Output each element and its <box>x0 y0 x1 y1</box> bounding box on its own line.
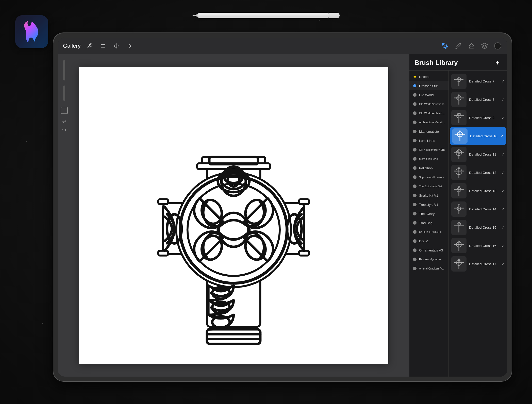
brush-library-panel: Brush Library + ★ Recent <box>409 54 507 377</box>
category-item-animal-crackers[interactable]: Animal Crackers V1 <box>409 264 448 273</box>
brush-check-14: ✓ <box>501 207 505 212</box>
category-item-eastern[interactable]: Eastern Mysteries <box>409 255 448 264</box>
layers-tool-button[interactable] <box>480 42 489 50</box>
selection-icon[interactable] <box>99 42 107 50</box>
brush-item-detailed-cross-12[interactable]: Detailed Cross 12 ✓ <box>449 163 507 182</box>
brush-list: Detailed Cross 7 ✓ <box>449 71 507 377</box>
brush-name-16: Detailed Cross 16 <box>469 244 500 248</box>
undo-button[interactable]: ↩ <box>62 119 66 125</box>
brush-item-detailed-cross-11[interactable]: Detailed Cross 11 ✓ <box>449 145 507 163</box>
brush-name-11: Detailed Cross 11 <box>469 153 500 156</box>
brush-name-7: Detailed Cross 7 <box>469 79 500 83</box>
gallery-button[interactable]: Gallery <box>63 43 81 49</box>
eraser-tool-button[interactable] <box>467 42 476 50</box>
category-item-tropistyle[interactable]: Tropistyle V1 <box>409 200 448 209</box>
category-label-supernatural: Supernatural Females <box>419 176 444 179</box>
category-item-girl-head[interactable]: Girl Head By Holly Ellis <box>409 145 448 154</box>
category-label-ornamentals: Ornamentals V3 <box>419 248 443 252</box>
brush-preview-8 <box>451 92 467 107</box>
category-label-recent: Recent <box>419 75 429 79</box>
brush-icon-old-world-arch <box>412 111 417 115</box>
category-label-old-world: Old World <box>419 93 434 97</box>
svg-marker-4 <box>482 43 487 46</box>
category-label-tropistyle: Tropistyle V1 <box>419 203 438 207</box>
brush-icon-luxe-lines <box>412 138 417 143</box>
category-item-dor[interactable]: Dor #1 <box>409 237 448 246</box>
brush-item-detailed-cross-14[interactable]: Detailed Cross 14 ✓ <box>449 200 507 218</box>
draw-tool-button[interactable] <box>441 42 449 50</box>
opacity-slider[interactable] <box>63 86 65 101</box>
category-item-snake-kit[interactable]: Snake Kit V1 <box>409 191 448 200</box>
category-item-old-world-arch[interactable]: Old World Architecture <box>409 109 448 118</box>
brush-preview-10 <box>452 128 468 144</box>
brush-icon-spitshade <box>412 184 417 189</box>
brush-icon-pet-shop <box>412 166 417 170</box>
svg-rect-10 <box>158 199 168 204</box>
brush-item-detailed-cross-9[interactable]: Detailed Cross 9 ✓ <box>449 109 507 127</box>
category-item-arch-var[interactable]: Architecture Variations <box>409 118 448 127</box>
brush-preview-13 <box>451 183 467 198</box>
category-item-ornamentals[interactable]: Ornamentals V3 <box>409 246 448 255</box>
brush-check-13: ✓ <box>501 189 505 193</box>
ipad-frame: Gallery <box>53 33 512 381</box>
category-label-spitshade: The Spitshade Set <box>419 185 442 188</box>
brush-icon-arch-var <box>412 120 417 125</box>
color-picker-button[interactable] <box>493 42 502 50</box>
category-item-mathematiste[interactable]: Mathematiste <box>409 127 448 136</box>
wrench-icon[interactable] <box>86 42 94 50</box>
star-icon: ★ <box>412 74 417 79</box>
category-item-cyberfluidics[interactable]: CYBERFLUIDICS II <box>409 227 448 237</box>
category-item-old-world[interactable]: Old World <box>409 90 448 99</box>
category-item-more-girl-head[interactable]: More Girl Head <box>409 154 448 163</box>
brush-item-detailed-cross-15[interactable]: Detailed Cross 15 ✓ <box>449 218 507 237</box>
brush-item-detailed-cross-7[interactable]: Detailed Cross 7 ✓ <box>449 72 507 90</box>
category-label-dor: Dor #1 <box>419 239 429 243</box>
category-label-girl-head: Girl Head By Holly Ellis <box>419 148 445 151</box>
brush-icon-crossed-out <box>412 83 417 88</box>
brush-check-10: ✓ <box>500 134 504 139</box>
brush-item-detailed-cross-13[interactable]: Detailed Cross 13 ✓ <box>449 182 507 200</box>
category-item-spitshade[interactable]: The Spitshade Set <box>409 182 448 191</box>
brush-icon-dor <box>412 239 417 243</box>
category-item-crossed-out[interactable]: Crossed Out <box>409 81 448 90</box>
canvas-area: .cross-stroke { stroke: #111; stroke-wid… <box>58 54 409 377</box>
category-item-pet-shop[interactable]: Pet Shop <box>409 163 448 173</box>
category-item-trad-bag[interactable]: Trad Bag <box>409 218 448 227</box>
brush-check-12: ✓ <box>501 170 505 175</box>
brush-item-detailed-cross-10[interactable]: Detailed Cross 10 ✓ <box>450 127 506 145</box>
app-icon <box>15 15 48 48</box>
canvas-paper[interactable]: .cross-stroke { stroke: #111; stroke-wid… <box>79 67 388 364</box>
brush-name-9: Detailed Cross 9 <box>469 116 500 120</box>
brush-check-11: ✓ <box>501 152 505 157</box>
category-label-trad-bag: Trad Bag <box>419 221 433 225</box>
brush-icon-eastern <box>412 257 417 262</box>
modify-button[interactable] <box>61 107 68 114</box>
brush-check-8: ✓ <box>501 97 505 102</box>
category-label-mathematiste: Mathematiste <box>419 130 439 133</box>
brush-icon-girl-head <box>412 147 417 152</box>
category-item-luxe-lines[interactable]: Luxe Lines <box>409 136 448 145</box>
category-label-more-girl-head: More Girl Head <box>419 157 438 160</box>
brush-preview-16 <box>451 238 467 253</box>
brush-icon-mathematiste <box>412 129 417 134</box>
category-label-old-world-arch: Old World Architecture <box>419 112 445 115</box>
move-icon[interactable] <box>125 42 134 50</box>
category-item-old-world-var[interactable]: Old World Variations <box>409 99 448 109</box>
brush-item-detailed-cross-8[interactable]: Detailed Cross 8 ✓ <box>449 90 507 109</box>
add-brush-button[interactable]: + <box>493 58 502 67</box>
brush-check-9: ✓ <box>501 115 505 120</box>
brush-preview-7 <box>451 74 467 89</box>
brush-item-detailed-cross-16[interactable]: Detailed Cross 16 ✓ <box>449 237 507 255</box>
brush-icon-cyberfluidics <box>412 230 417 234</box>
transform-icon[interactable] <box>112 42 120 50</box>
category-item-aviary[interactable]: The Aviary <box>409 209 448 218</box>
category-item-recent[interactable]: ★ Recent <box>409 72 448 81</box>
brush-tool-button[interactable] <box>454 42 462 50</box>
category-item-supernatural[interactable]: Supernatural Females <box>409 173 448 182</box>
brush-icon-aviary <box>412 211 417 216</box>
brush-preview-15 <box>451 220 467 235</box>
redo-button[interactable]: ↪ <box>62 127 66 133</box>
brush-size-slider[interactable] <box>63 60 65 80</box>
brush-item-detailed-cross-17[interactable]: Detailed Cross 17 ✓ <box>449 255 507 273</box>
brush-name-10: Detailed Cross 10 <box>470 134 499 138</box>
